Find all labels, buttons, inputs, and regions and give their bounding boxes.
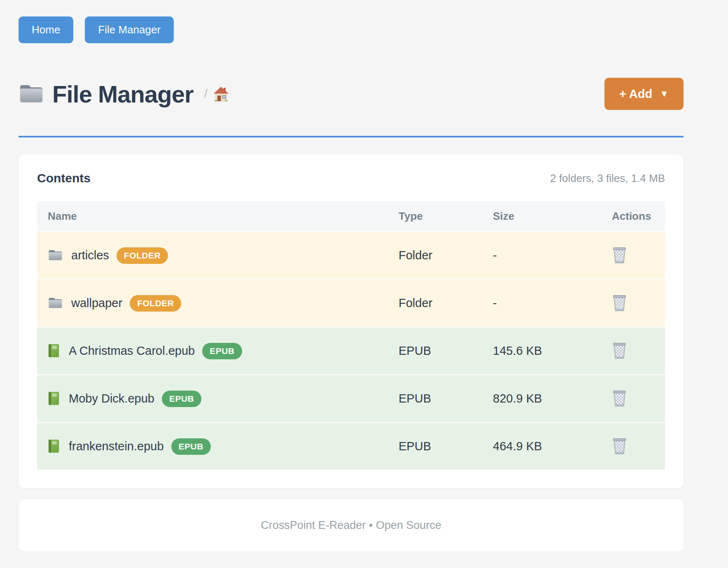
trash-icon[interactable] xyxy=(612,342,627,360)
add-button[interactable]: + Add ▼ xyxy=(604,78,684,110)
contents-card: Contents 2 folders, 3 files, 1.4 MB Name… xyxy=(19,154,684,488)
book-icon xyxy=(48,391,61,406)
table-row[interactable]: wallpaper FOLDER Folder - xyxy=(37,279,665,326)
name-cell: Moby Dick.epub EPUB xyxy=(37,391,399,407)
file-table: Name Type Size Actions articles FOLDER F… xyxy=(37,201,665,470)
page: Home File Manager File Manager / + Add ▼… xyxy=(0,0,728,552)
contents-summary: 2 folders, 3 files, 1.4 MB xyxy=(550,172,665,185)
nav-file-manager-button[interactable]: File Manager xyxy=(85,16,174,43)
name-cell: articles FOLDER xyxy=(37,247,399,264)
contents-card-header: Contents 2 folders, 3 files, 1.4 MB xyxy=(37,170,665,186)
file-name: Moby Dick.epub xyxy=(69,392,154,405)
actions-cell xyxy=(612,294,665,312)
breadcrumb: / xyxy=(204,85,230,102)
column-header-size: Size xyxy=(493,210,612,223)
contents-title: Contents xyxy=(37,171,91,185)
actions-cell xyxy=(612,437,665,456)
actions-cell xyxy=(612,342,665,360)
file-name: A Christmas Carol.epub xyxy=(69,344,195,358)
trash-icon[interactable] xyxy=(612,437,627,456)
type-cell: EPUB xyxy=(399,392,493,405)
size-cell: - xyxy=(493,296,612,310)
table-header-row: Name Type Size Actions xyxy=(37,201,665,231)
column-header-name: Name xyxy=(37,210,399,223)
name-cell: wallpaper FOLDER xyxy=(37,295,399,312)
chevron-down-icon: ▼ xyxy=(660,88,669,99)
title-wrap: File Manager / xyxy=(19,80,230,108)
page-title: File Manager xyxy=(52,80,194,108)
add-button-label: + Add xyxy=(619,87,652,101)
table-body: articles FOLDER Folder - wallpaper FOLDE… xyxy=(37,231,665,470)
size-cell: - xyxy=(493,249,612,262)
file-name: articles xyxy=(71,249,109,262)
size-cell: 820.9 KB xyxy=(493,392,612,405)
name-cell: A Christmas Carol.epub EPUB xyxy=(37,343,399,359)
nav-home-button[interactable]: Home xyxy=(19,16,73,43)
footer-text: CrossPoint E-Reader • Open Source xyxy=(261,519,441,532)
trash-icon[interactable] xyxy=(612,389,627,408)
breadcrumb-separator: / xyxy=(204,87,208,101)
size-cell: 145.6 KB xyxy=(493,344,612,358)
actions-cell xyxy=(612,389,665,408)
trash-icon[interactable] xyxy=(612,246,627,265)
top-nav: Home File Manager xyxy=(19,16,684,43)
actions-cell xyxy=(612,246,665,265)
house-icon[interactable] xyxy=(212,85,230,102)
file-name: wallpaper xyxy=(71,296,122,310)
type-cell: Folder xyxy=(399,249,493,262)
type-badge: EPUB xyxy=(162,391,201,407)
size-cell: 464.9 KB xyxy=(493,440,612,453)
footer: CrossPoint E-Reader • Open Source xyxy=(19,499,684,552)
column-header-actions: Actions xyxy=(612,210,665,223)
type-badge: FOLDER xyxy=(130,295,181,312)
table-row[interactable]: articles FOLDER Folder - xyxy=(37,231,665,279)
type-cell: EPUB xyxy=(399,440,493,453)
page-header: File Manager / + Add ▼ xyxy=(19,78,684,110)
type-badge: FOLDER xyxy=(117,247,168,264)
type-badge: EPUB xyxy=(202,343,242,359)
book-icon xyxy=(48,344,61,358)
type-badge: EPUB xyxy=(171,438,211,455)
type-cell: Folder xyxy=(399,296,493,310)
file-name: frankenstein.epub xyxy=(69,440,164,453)
name-cell: frankenstein.epub EPUB xyxy=(37,438,399,455)
folder-icon xyxy=(48,297,63,310)
table-row[interactable]: A Christmas Carol.epub EPUB EPUB 145.6 K… xyxy=(37,326,665,374)
folder-icon xyxy=(19,83,44,105)
table-row[interactable]: frankenstein.epub EPUB EPUB 464.9 KB xyxy=(37,422,665,470)
column-header-type: Type xyxy=(399,210,493,223)
book-icon xyxy=(48,439,61,454)
table-row[interactable]: Moby Dick.epub EPUB EPUB 820.9 KB xyxy=(37,374,665,422)
folder-icon xyxy=(48,249,63,262)
header-divider xyxy=(19,136,684,137)
trash-icon[interactable] xyxy=(612,294,627,312)
type-cell: EPUB xyxy=(399,344,493,358)
